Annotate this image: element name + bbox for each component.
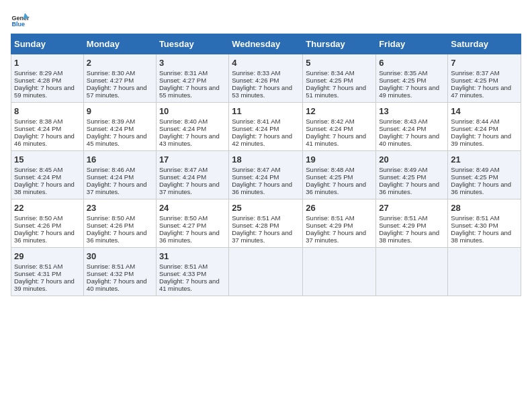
calendar-cell: 31Sunrise: 8:51 AMSunset: 4:33 PMDayligh… [156, 248, 228, 296]
calendar-cell [303, 248, 376, 296]
sunrise-text: Sunrise: 8:39 AM [87, 118, 135, 125]
calendar-cell [376, 248, 448, 296]
day-number: 25 [232, 203, 300, 213]
calendar-cell: 5Sunrise: 8:34 AMSunset: 4:25 PMDaylight… [303, 54, 376, 103]
sunset-text: Sunset: 4:33 PM [159, 270, 206, 277]
sunrise-text: Sunrise: 8:41 AM [232, 118, 280, 125]
calendar-cell: 29Sunrise: 8:51 AMSunset: 4:31 PMDayligh… [11, 248, 84, 296]
calendar-cell: 26Sunrise: 8:51 AMSunset: 4:29 PMDayligh… [303, 199, 376, 248]
sunrise-text: Sunrise: 8:33 AM [232, 69, 280, 77]
day-number: 2 [87, 58, 153, 68]
sunrise-text: Sunrise: 8:31 AM [159, 69, 208, 77]
sunrise-text: Sunrise: 8:45 AM [14, 166, 62, 173]
sunset-text: Sunset: 4:25 PM [451, 173, 498, 181]
daylight-text: Daylight: 7 hours and 38 minutes. [451, 229, 511, 244]
sunset-text: Sunset: 4:24 PM [159, 173, 206, 181]
sunset-text: Sunset: 4:28 PM [232, 222, 279, 229]
day-number: 26 [306, 203, 373, 213]
sunrise-text: Sunrise: 8:38 AM [14, 118, 62, 125]
day-number: 10 [159, 106, 226, 116]
day-number: 16 [87, 154, 153, 165]
sunset-text: Sunset: 4:30 PM [451, 222, 498, 229]
sunrise-text: Sunrise: 8:43 AM [379, 118, 427, 125]
sunset-text: Sunset: 4:26 PM [14, 222, 61, 229]
calendar-cell [229, 248, 303, 296]
daylight-text: Daylight: 7 hours and 38 minutes. [379, 229, 439, 244]
calendar-cell: 13Sunrise: 8:43 AMSunset: 4:24 PMDayligh… [376, 103, 448, 151]
sunrise-text: Sunrise: 8:51 AM [379, 214, 427, 222]
daylight-text: Daylight: 7 hours and 41 minutes. [159, 277, 220, 292]
calendar-cell: 4Sunrise: 8:33 AMSunset: 4:26 PMDaylight… [229, 54, 303, 103]
sunset-text: Sunset: 4:24 PM [87, 125, 134, 132]
sunset-text: Sunset: 4:24 PM [232, 173, 279, 181]
sunrise-text: Sunrise: 8:51 AM [87, 263, 135, 270]
daylight-text: Daylight: 7 hours and 36 minutes. [87, 229, 147, 244]
sunset-text: Sunset: 4:25 PM [379, 173, 426, 181]
daylight-text: Daylight: 7 hours and 40 minutes. [87, 277, 147, 292]
sunrise-text: Sunrise: 8:46 AM [87, 166, 135, 173]
sunrise-text: Sunrise: 8:47 AM [159, 166, 208, 173]
daylight-text: Daylight: 7 hours and 37 minutes. [232, 229, 292, 244]
daylight-text: Daylight: 7 hours and 49 minutes. [379, 84, 439, 99]
sunrise-text: Sunrise: 8:37 AM [451, 69, 499, 77]
calendar-week-2: 8Sunrise: 8:38 AMSunset: 4:24 PMDaylight… [11, 103, 521, 151]
calendar-cell [448, 248, 521, 296]
daylight-text: Daylight: 7 hours and 36 minutes. [306, 181, 366, 195]
calendar-cell: 15Sunrise: 8:45 AMSunset: 4:24 PMDayligh… [11, 151, 84, 199]
day-number: 20 [379, 154, 445, 165]
sunrise-text: Sunrise: 8:51 AM [14, 263, 62, 270]
sunrise-text: Sunrise: 8:51 AM [451, 214, 499, 222]
day-number: 8 [14, 106, 81, 116]
header-sunday: Sunday [11, 34, 84, 54]
daylight-text: Daylight: 7 hours and 36 minutes. [14, 229, 75, 244]
sunrise-text: Sunrise: 8:34 AM [306, 69, 354, 77]
sunset-text: Sunset: 4:25 PM [306, 173, 353, 181]
calendar-cell: 12Sunrise: 8:42 AMSunset: 4:24 PMDayligh… [303, 103, 376, 151]
header-saturday: Saturday [448, 34, 521, 54]
sunrise-text: Sunrise: 8:30 AM [87, 69, 135, 77]
header-monday: Monday [83, 34, 156, 54]
calendar-week-4: 22Sunrise: 8:50 AMSunset: 4:26 PMDayligh… [11, 199, 521, 248]
header-tuesday: Tuesday [156, 34, 228, 54]
sunset-text: Sunset: 4:24 PM [14, 125, 61, 132]
daylight-text: Daylight: 7 hours and 51 minutes. [306, 84, 366, 99]
sunset-text: Sunset: 4:26 PM [232, 77, 279, 84]
svg-text:Blue: Blue [11, 21, 25, 28]
calendar-cell: 27Sunrise: 8:51 AMSunset: 4:29 PMDayligh… [376, 199, 448, 248]
day-number: 12 [306, 106, 373, 116]
daylight-text: Daylight: 7 hours and 55 minutes. [159, 84, 220, 99]
calendar-cell: 30Sunrise: 8:51 AMSunset: 4:32 PMDayligh… [83, 248, 156, 296]
day-number: 5 [306, 58, 373, 68]
day-number: 15 [14, 154, 81, 165]
sunrise-text: Sunrise: 8:44 AM [451, 118, 499, 125]
calendar-cell: 6Sunrise: 8:35 AMSunset: 4:25 PMDaylight… [376, 54, 448, 103]
day-number: 21 [451, 154, 518, 165]
sunset-text: Sunset: 4:24 PM [232, 125, 279, 132]
daylight-text: Daylight: 7 hours and 45 minutes. [87, 132, 147, 147]
day-number: 11 [232, 106, 300, 116]
day-number: 23 [87, 203, 153, 213]
sunset-text: Sunset: 4:27 PM [87, 77, 134, 84]
sunrise-text: Sunrise: 8:50 AM [14, 214, 62, 222]
day-number: 6 [379, 58, 445, 68]
sunset-text: Sunset: 4:24 PM [159, 125, 206, 132]
calendar-cell: 28Sunrise: 8:51 AMSunset: 4:30 PMDayligh… [448, 199, 521, 248]
sunset-text: Sunset: 4:27 PM [159, 222, 206, 229]
day-number: 28 [451, 203, 518, 213]
daylight-text: Daylight: 7 hours and 41 minutes. [306, 132, 366, 147]
daylight-text: Daylight: 7 hours and 38 minutes. [14, 181, 75, 195]
calendar-header-row: SundayMondayTuesdayWednesdayThursdayFrid… [11, 34, 521, 54]
sunset-text: Sunset: 4:28 PM [14, 77, 61, 84]
calendar-cell: 25Sunrise: 8:51 AMSunset: 4:28 PMDayligh… [229, 199, 303, 248]
calendar-cell: 14Sunrise: 8:44 AMSunset: 4:24 PMDayligh… [448, 103, 521, 151]
sunrise-text: Sunrise: 8:42 AM [306, 118, 354, 125]
daylight-text: Daylight: 7 hours and 43 minutes. [159, 132, 220, 147]
day-number: 17 [159, 154, 226, 165]
day-number: 1 [14, 58, 81, 68]
day-number: 7 [451, 58, 518, 68]
daylight-text: Daylight: 7 hours and 36 minutes. [159, 229, 220, 244]
sunset-text: Sunset: 4:25 PM [451, 77, 498, 84]
sunset-text: Sunset: 4:24 PM [379, 125, 426, 132]
calendar-cell: 1Sunrise: 8:29 AMSunset: 4:28 PMDaylight… [11, 54, 84, 103]
calendar-cell: 9Sunrise: 8:39 AMSunset: 4:24 PMDaylight… [83, 103, 156, 151]
